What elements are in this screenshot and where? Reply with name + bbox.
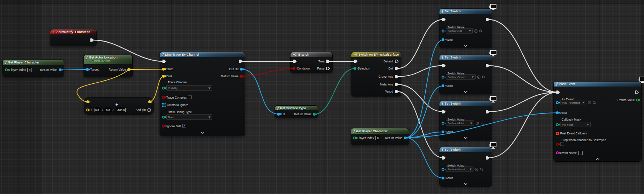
node-header[interactable]: ƒ Get Actor Location Target is Actor — [84, 55, 132, 64]
y-field[interactable]: 0.0 — [105, 108, 111, 112]
node-header[interactable]: Branch — [291, 52, 332, 57]
actor-pin[interactable] — [442, 177, 444, 179]
node-set-switch-wood[interactable]: ƒ Set Switch Switch Value Surface-Wood A… — [439, 147, 492, 186]
browse-icon[interactable] — [479, 29, 483, 33]
array-pin-icon[interactable] — [162, 103, 166, 107]
return-value-pin[interactable] — [240, 75, 243, 78]
collapse-node-chevron[interactable] — [596, 158, 600, 160]
blueprint-graph-canvas[interactable] — [0, 0, 644, 194]
node-add-vector[interactable]: + X 0.0 Y 0.0 Z -100.0 Add pin — [84, 98, 153, 114]
case-metal-exec-pin[interactable] — [395, 82, 399, 87]
switch-value-dropdown[interactable]: Surface-Dirt — [446, 28, 473, 34]
actor-pin[interactable] — [442, 38, 444, 41]
player-index-field[interactable]: 0 — [375, 136, 380, 140]
stop-when-attached-checkbox[interactable] — [560, 142, 564, 146]
return-value-pin[interactable] — [313, 113, 316, 116]
ignore-self-checkbox[interactable] — [182, 124, 186, 128]
stop-when-attached-pin[interactable] — [556, 143, 559, 145]
add-output-pin[interactable] — [148, 100, 151, 103]
return-value-pin[interactable] — [636, 99, 639, 101]
player-index-field[interactable]: 0 — [27, 68, 32, 72]
node-header[interactable]: ƒ Set Switch — [439, 147, 492, 152]
switch-value-pin[interactable] — [442, 29, 444, 32]
browse-icon[interactable] — [480, 167, 483, 171]
selection-pin[interactable] — [353, 67, 356, 70]
node-branch[interactable]: Branch True Condition False — [291, 52, 332, 73]
browse-icon[interactable] — [593, 101, 596, 104]
expand-node-chevron[interactable] — [464, 91, 468, 93]
x-field[interactable]: 0.0 — [94, 108, 100, 112]
node-get-player-character-1[interactable]: ƒ Get Player Character Player Index 0 Re… — [3, 60, 64, 77]
draw-debug-type-dropdown[interactable]: None — [166, 115, 212, 120]
exec-out-pin[interactable] — [238, 59, 243, 63]
node-switch-on-ephysicalsurface[interactable]: Switch on EPhysicalSurface Default Selec… — [351, 52, 401, 96]
node-header[interactable]: ƒ Get Surface Type — [275, 106, 318, 110]
browse-icon[interactable] — [482, 75, 485, 79]
return-value-pin[interactable] — [59, 68, 62, 71]
start-pin[interactable] — [162, 68, 165, 71]
node-header[interactable]: ƒ Get Player Character — [351, 128, 409, 134]
player-index-pin[interactable] — [353, 137, 356, 139]
callback-mask-dropdown[interactable]: (No Flags) — [560, 122, 591, 127]
player-index-pin[interactable] — [5, 68, 8, 71]
node-set-switch-gravel[interactable]: ƒ Set Switch Switch Value Surface-Gravel… — [439, 55, 492, 94]
case-gravel-exec-pin[interactable] — [395, 74, 399, 79]
event-name-field[interactable] — [578, 151, 583, 155]
browse-icon[interactable] — [481, 121, 484, 125]
use-selected-icon[interactable] — [474, 29, 478, 33]
false-exec-pin[interactable] — [326, 66, 330, 71]
case-wood-exec-pin[interactable] — [395, 89, 399, 94]
node-set-switch-metal[interactable]: ƒ Set Switch Switch Value Surface-Metal … — [439, 101, 492, 140]
exec-out-pin[interactable] — [90, 38, 94, 42]
use-selected-icon[interactable] — [477, 75, 481, 79]
node-header[interactable]: AnimNotify_Footsteps — [50, 29, 96, 34]
ak-event-dropdown[interactable]: Play_Footsteps — [560, 100, 586, 105]
switch-value-pin[interactable] — [442, 76, 444, 78]
exec-in-pin[interactable] — [442, 156, 446, 160]
out-hit-pin[interactable] — [240, 68, 243, 71]
node-get-player-character-2[interactable]: ƒ Get Player Character Player Index 0 Re… — [351, 128, 409, 145]
node-header[interactable]: ƒ Line Trace By Channel — [160, 52, 245, 57]
return-value-pin[interactable] — [404, 137, 407, 139]
add-input-a-pin[interactable] — [86, 100, 89, 103]
exec-out-pin[interactable] — [485, 110, 490, 114]
end-pin[interactable] — [162, 75, 165, 78]
exec-in-pin[interactable] — [353, 59, 358, 63]
exec-in-pin[interactable] — [442, 63, 446, 68]
exec-out-pin[interactable] — [485, 17, 490, 22]
node-get-surface-type[interactable]: ƒ Get Surface Type Hit Return Value — [275, 106, 318, 118]
switch-value-dropdown[interactable]: Surface-Gravel — [446, 74, 476, 80]
expand-node-chevron[interactable] — [464, 45, 468, 47]
add-input-b-pin[interactable] — [86, 109, 89, 111]
actor-pin[interactable] — [442, 84, 444, 87]
exec-in-pin[interactable] — [162, 59, 166, 63]
true-exec-pin[interactable] — [326, 59, 330, 63]
exec-in-pin[interactable] — [293, 59, 297, 63]
switch-value-pin[interactable] — [442, 122, 444, 124]
exec-in-pin[interactable] — [442, 110, 446, 114]
trace-channel-pin[interactable] — [162, 87, 165, 89]
actor-pin[interactable] — [556, 111, 559, 114]
return-value-pin[interactable] — [127, 68, 130, 71]
node-animnotify-footsteps[interactable]: AnimNotify_Footsteps — [50, 29, 96, 46]
event-name-pin[interactable] — [556, 151, 559, 154]
condition-pin[interactable] — [293, 67, 295, 70]
ak-event-pin[interactable] — [556, 101, 559, 104]
exec-out-pin[interactable] — [485, 156, 490, 160]
exec-in-pin[interactable] — [442, 17, 446, 22]
actor-pin[interactable] — [442, 131, 444, 133]
z-field[interactable]: -100.0 — [116, 108, 126, 112]
node-get-actor-location[interactable]: ƒ Get Actor Location Target is Actor Tar… — [84, 55, 132, 77]
default-exec-pin[interactable] — [395, 59, 399, 63]
ignore-self-pin[interactable] — [162, 124, 165, 127]
exec-out-pin[interactable] — [485, 63, 490, 68]
expand-node-chevron[interactable] — [200, 132, 205, 134]
case-dirt-exec-pin[interactable] — [395, 66, 399, 71]
trace-complex-pin[interactable] — [162, 96, 165, 99]
node-header[interactable]: ƒ Set Switch — [439, 55, 492, 60]
trace-complex-checkbox[interactable] — [188, 95, 192, 99]
switch-value-pin[interactable] — [442, 168, 444, 171]
node-set-switch-dirt[interactable]: ƒ Set Switch Switch Value Surface-Dirt A… — [439, 9, 492, 48]
expand-node-chevron[interactable] — [464, 137, 468, 139]
target-pin[interactable] — [86, 68, 89, 71]
